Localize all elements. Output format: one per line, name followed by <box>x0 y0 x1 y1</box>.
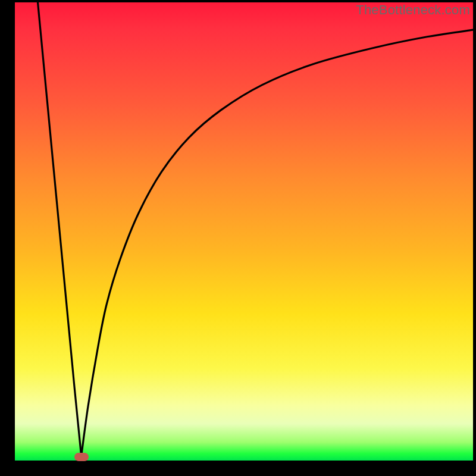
plot-area <box>15 2 473 461</box>
watermark-text: TheBottleneck.com <box>356 2 470 18</box>
chart-frame: TheBottleneck.com <box>0 0 476 476</box>
minimum-marker <box>74 453 89 461</box>
curve-layer <box>15 2 473 461</box>
curve-right-branch <box>82 30 473 456</box>
curve-left-branch <box>38 2 82 456</box>
